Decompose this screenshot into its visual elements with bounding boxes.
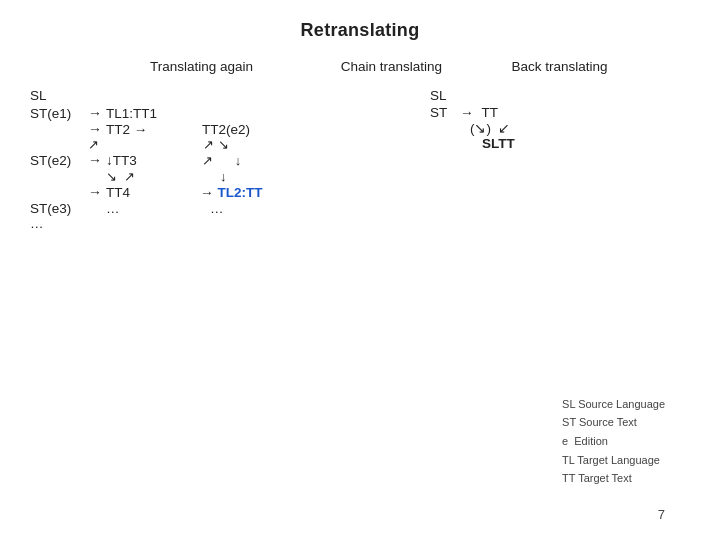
- right-row-3: SLTT: [430, 136, 650, 151]
- row5-mid: ↘ ↗: [106, 169, 196, 184]
- left-section: SL ST(e1) → TL1:TT1 → TT2 → TT2(e2) ↗ ↗: [30, 88, 410, 231]
- right-row2-content: (↘) ↙: [470, 120, 511, 136]
- page: Retranslating Translating again Chain tr…: [0, 0, 720, 540]
- legend-line-4: TL Target Language: [562, 451, 665, 470]
- row8-label: …: [30, 216, 88, 231]
- header-translating: Translating again: [150, 59, 311, 74]
- page-number: 7: [658, 507, 665, 522]
- row4-mid: ↓TT3: [106, 153, 196, 168]
- diagram-row-7: ST(e3) → … …: [30, 200, 410, 216]
- sl-label-right: SL: [430, 88, 650, 103]
- right-row3-sltt: SLTT: [482, 136, 515, 151]
- legend-line-2: ST Source Text: [562, 413, 665, 432]
- right-row-2: (↘) ↙: [430, 120, 650, 136]
- row6-arrow2: →: [200, 185, 214, 200]
- row3-arrow1: ↗: [88, 137, 99, 152]
- row4-right: ↗ ↓: [202, 153, 241, 168]
- legend: SL Source Language ST Source Text e Edit…: [562, 395, 665, 488]
- right-section: SL ST → TT (↘) ↙ SLTT: [410, 88, 650, 231]
- row6-mid: TT4: [106, 185, 196, 200]
- row7-label: ST(e3): [30, 201, 88, 216]
- header-chain: Chain translating: [341, 59, 502, 74]
- header-back: Back translating: [511, 59, 690, 74]
- right-row1-right: TT: [482, 105, 499, 120]
- row4-arrow1: →: [88, 152, 102, 168]
- sl-label-left: SL: [30, 88, 410, 103]
- row5-right: ↓: [220, 169, 227, 184]
- row6-arrow1: →: [88, 184, 102, 200]
- row6-right: TL2:TT: [218, 185, 263, 200]
- diagram-row-2: → TT2 → TT2(e2): [30, 121, 410, 137]
- diagram-row-1: ST(e1) → TL1:TT1: [30, 105, 410, 121]
- legend-line-5: TT Target Text: [562, 469, 665, 488]
- right-row1-label: ST: [430, 105, 460, 120]
- row1-label: ST(e1): [30, 106, 88, 121]
- row7-right: …: [210, 201, 224, 216]
- legend-line-1: SL Source Language: [562, 395, 665, 414]
- diagram-row-8: …: [30, 216, 410, 231]
- right-row-1: ST → TT: [430, 105, 650, 120]
- row4-label: ST(e2): [30, 153, 88, 168]
- diagram-row-6: → TT4 → TL2:TT: [30, 184, 410, 200]
- row3-right: ↗ ↘: [203, 137, 229, 152]
- row1-arrow1: →: [88, 105, 102, 121]
- page-title: Retranslating: [30, 20, 690, 41]
- right-row1-arrow: →: [460, 105, 474, 120]
- row1-mid: TL1:TT1: [106, 106, 196, 121]
- legend-line-3: e Edition: [562, 432, 665, 451]
- row2-right: TT2(e2): [202, 122, 250, 137]
- diagram-row-4: ST(e2) → ↓TT3 ↗ ↓: [30, 152, 410, 168]
- diagram-row-3: ↗ ↗ ↘: [30, 137, 410, 152]
- row2-mid: TT2 →: [106, 122, 196, 137]
- diagram-row-5: → ↘ ↗ ↓: [30, 168, 410, 184]
- row7-mid: …: [106, 201, 196, 216]
- row2-arrow1: →: [88, 121, 102, 137]
